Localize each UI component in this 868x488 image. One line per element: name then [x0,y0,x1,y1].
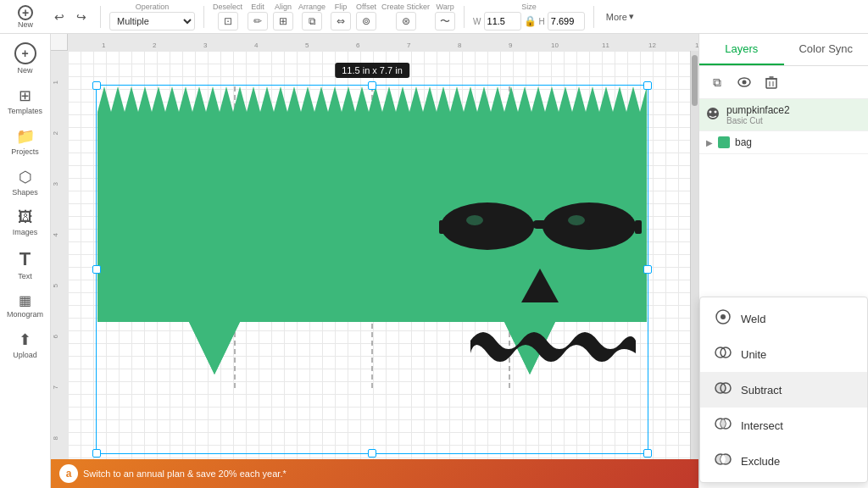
scrollbar-vertical[interactable] [690,51,698,488]
bag-color-swatch [718,136,730,148]
sidebar-item-projects[interactable]: 📁 Projects [3,122,48,161]
bag-inner: bag [735,136,861,148]
warp-group: Warp 〜 [435,3,455,30]
svg-point-13 [743,80,747,85]
menu-item-unite[interactable]: Unite [700,336,867,372]
sidebar-item-new[interactable]: + New [3,37,48,80]
height-prefix: H [539,17,545,26]
deselect-button[interactable]: ⊡ [218,12,238,30]
layer-item-pumpkinface2[interactable]: pumpkinface2 Basic Cut [699,99,868,131]
ruler-num-6: 6 [356,42,359,49]
menu-item-intersect[interactable]: Intersect [700,408,867,443]
main-area: + New ⊞ Templates 📁 Projects ⬡ Shapes 🖼 … [0,34,868,488]
offset-button[interactable]: ⊚ [356,12,376,30]
weld-label: Weld [741,313,765,325]
sidebar-item-templates[interactable]: ⊞ Templates [3,81,48,120]
subtract-label: Subtract [741,384,782,396]
menu-item-weld[interactable]: Weld [700,301,867,336]
edit-button[interactable]: ✏ [248,12,268,30]
text-icon: T [19,248,31,270]
promo-banner[interactable]: a Switch to an annual plan & save 20% ea… [51,459,698,488]
offset-group: Offset ⊚ [356,3,376,30]
sidebar-item-shapes[interactable]: ⬡ Shapes [3,163,48,202]
tab-layers[interactable]: Layers [699,34,784,65]
menu-item-exclude[interactable]: Exclude [700,443,867,479]
height-input[interactable] [548,12,585,30]
svg-point-20 [709,111,712,114]
more-button[interactable]: More ▾ [603,9,637,24]
divider-2 [203,6,204,28]
edit-label: Edit [251,3,264,11]
copy-layer-button[interactable]: ⧉ [706,71,728,93]
ruler-top: 1 2 3 4 5 6 7 8 9 10 11 12 13 [68,34,698,51]
left-sidebar: + New ⊞ Templates 📁 Projects ⬡ Shapes 🖼 … [0,34,51,488]
handle-top-mid[interactable] [368,81,376,90]
new-button[interactable]: + New [7,2,44,32]
warp-button[interactable]: 〜 [435,12,455,30]
handle-top-right[interactable] [643,81,652,90]
layer-item-bag[interactable]: ▶ bag [699,131,868,154]
operations-menu: Weld Unite Subtract Intersect [699,297,868,483]
ruler-left-num-1: 1 [52,80,59,84]
canvas-area[interactable]: 1 2 3 4 5 6 7 8 9 10 11 12 13 1 2 3 4 5 … [51,34,698,488]
delete-layer-button[interactable] [760,71,782,93]
sidebar-item-monogram[interactable]: ▦ Monogram [3,287,48,324]
promo-icon-letter: a [66,468,72,480]
create-sticker-group: Create Sticker ⊛ [381,3,430,30]
arrange-label: Arrange [298,3,326,11]
create-sticker-label: Create Sticker [381,3,430,11]
design-wrapper[interactable]: 11.5 in x 7.7 in [97,86,647,452]
trash-icon [765,75,777,89]
handle-bottom-mid[interactable] [368,449,376,458]
handle-mid-right[interactable] [643,265,652,274]
lock-icon[interactable]: 🔒 [524,15,537,27]
size-label: Size [521,3,537,11]
handle-mid-left[interactable] [92,265,101,274]
new-sidebar-icon: + [14,42,36,64]
layer-panel-icons: ⧉ [699,66,868,99]
undo-button[interactable]: ↩ [49,7,70,27]
handle-bottom-right[interactable] [643,449,652,458]
edit-group: Edit ✏ [248,3,268,30]
monogram-icon: ▦ [19,292,31,308]
menu-item-subtract[interactable]: Subtract [700,372,867,408]
deselect-label: Deselect [213,3,242,11]
sidebar-item-upload[interactable]: ⬆ Upload [3,325,48,364]
offset-label: Offset [356,3,376,11]
more-chevron-icon: ▾ [629,11,634,22]
design-container[interactable]: 11.5 in x 7.7 in [97,86,647,452]
ruler-left-num-2: 2 [52,131,59,135]
operation-select[interactable]: Multiple Basic Cut Print Then Cut [109,12,195,30]
flip-label: Flip [335,3,348,11]
sidebar-item-text[interactable]: T Text [3,243,48,286]
new-label: New [18,20,33,29]
tab-color-sync[interactable]: Color Sync [784,34,869,65]
svg-rect-14 [766,79,776,88]
scrollbar-thumb[interactable] [692,55,698,106]
align-group: Align ⊞ [273,3,293,30]
intersect-label: Intersect [741,419,783,432]
ruler-left-num-8: 8 [52,436,59,440]
flip-button[interactable]: ⇔ [331,12,351,30]
exclude-icon [714,451,732,471]
handle-top-left[interactable] [92,81,101,90]
upload-icon: ⬆ [19,330,31,349]
ruler-num-7: 7 [407,42,410,49]
ruler-left-num-7: 7 [52,385,59,389]
visibility-button[interactable] [733,71,755,93]
pumpkinface2-inner: pumpkinface2 Basic Cut [726,104,861,125]
intersect-icon [714,415,732,435]
align-button[interactable]: ⊞ [273,12,293,30]
width-input[interactable] [484,12,521,30]
sidebar-item-images[interactable]: 🖼 Images [3,203,48,241]
width-prefix: W [473,17,481,26]
redo-button[interactable]: ↪ [71,7,92,27]
more-label: More [606,12,627,22]
ruler-left-num-5: 5 [52,284,59,287]
shapes-icon: ⬡ [19,168,32,186]
handle-bottom-left[interactable] [92,449,101,458]
create-sticker-button[interactable]: ⊛ [396,12,416,30]
operation-control: Multiple Basic Cut Print Then Cut [109,12,195,30]
arrange-button[interactable]: ⧉ [302,12,322,30]
ruler-left-num-4: 4 [52,233,59,236]
